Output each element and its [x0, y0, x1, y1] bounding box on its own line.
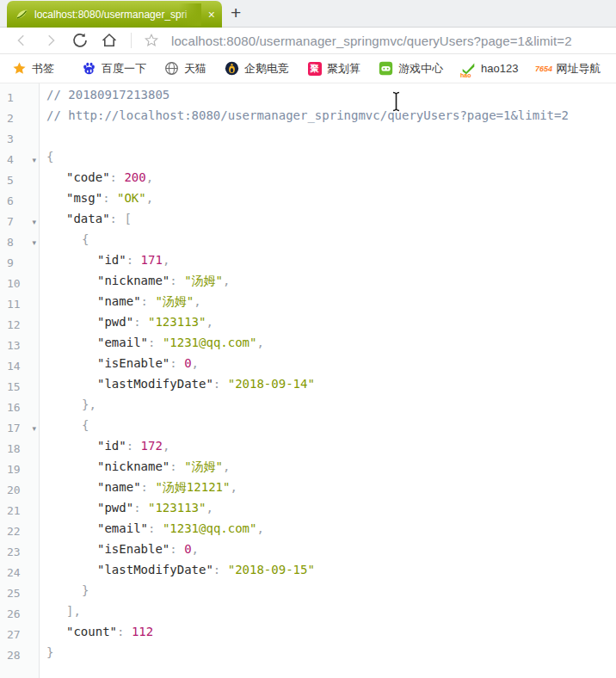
line-number: 19 — [0, 463, 21, 476]
json-token-key: "id" — [97, 439, 126, 453]
bookmark-item[interactable]: 游戏中心 — [379, 61, 443, 77]
json-token-p: }, — [82, 398, 96, 411]
json-token-p: : — [169, 542, 184, 556]
bookmark-item[interactable]: 企鹅电竞 — [225, 61, 289, 77]
line-number: 16 — [0, 401, 21, 414]
gutter-row: 4▾ — [0, 150, 39, 170]
gutter-row: 16 — [0, 398, 39, 418]
bookmark-item[interactable]: haohao123 — [461, 61, 518, 76]
code-line — [40, 129, 616, 150]
line-number: 13 — [0, 339, 21, 352]
line-number: 3 — [0, 133, 14, 145]
bookmark-star-icon[interactable] — [142, 31, 161, 50]
line-number: 2 — [0, 112, 14, 125]
code-line: "isEnable": 0, — [40, 542, 616, 563]
json-token-num: 0 — [184, 356, 191, 370]
json-token-p: } — [46, 645, 53, 659]
json-token-str: "123113" — [148, 501, 206, 515]
json-token-p: : — [110, 170, 125, 184]
json-token-p: : — [169, 459, 184, 473]
bookmark-item[interactable]: 7654网址导航 — [536, 61, 601, 77]
json-token-key: "pwd" — [97, 501, 133, 515]
line-number: 14 — [0, 360, 21, 373]
collapse-toggle-icon[interactable]: ▾ — [32, 212, 36, 232]
tab-close-icon[interactable]: × — [208, 9, 215, 21]
json-token-p: , — [192, 356, 199, 370]
code-lines: // 20180917213805// http://localhost:808… — [40, 83, 616, 678]
gutter-row: 5 — [0, 170, 39, 191]
code-line: "id": 172, — [40, 439, 616, 459]
code-line: "name": "汤姆", — [40, 294, 616, 315]
json-token-p: : — [213, 563, 228, 576]
json-token-key: "lastModifyDate" — [97, 377, 213, 391]
address-bar[interactable]: localhost:8080/usermanager_springmvc/que… — [171, 34, 572, 48]
refresh-button[interactable] — [71, 31, 89, 50]
code-line: { — [40, 150, 616, 170]
json-token-key: "id" — [97, 253, 126, 267]
json-token-key: "nickname" — [97, 459, 169, 473]
tab-title-fade — [179, 3, 201, 26]
forward-button[interactable] — [41, 31, 60, 50]
gamepad-icon — [379, 61, 393, 76]
gutter-row: 7▾ — [0, 212, 39, 232]
json-token-str: "2018-09-14" — [228, 377, 315, 391]
gutter-row: 11 — [0, 294, 39, 315]
json-token-p: : — [126, 439, 141, 453]
json-token-p: , — [146, 191, 153, 205]
bookmarks-bar: 书签百度一下天猫企鹅电竞聚聚划算游戏中心haohao1237654网址导航苏宁易… — [0, 54, 616, 83]
gutter-row: 19 — [0, 459, 39, 480]
code-line: "nickname": "汤姆", — [40, 459, 616, 480]
tab-bar: localhost:8080/usermanager_spri × + — [0, 0, 616, 28]
gutter-row: 15 — [0, 377, 39, 398]
json-token-p: : — [148, 521, 163, 535]
json-token-key: "isEnable" — [97, 542, 169, 556]
bookmark-item[interactable]: 天猫 — [164, 61, 206, 77]
code-line: "email": "1231@qq.com", — [40, 336, 616, 356]
code-line: "nickname": "汤姆", — [40, 274, 616, 294]
line-number: 8 — [0, 236, 14, 249]
json-token-p: : — [141, 294, 156, 308]
line-number: 5 — [0, 174, 14, 187]
bookmark-label: hao123 — [481, 62, 518, 75]
code-line: }, — [40, 398, 616, 418]
gutter-row: 21 — [0, 501, 39, 521]
json-token-p: { — [46, 150, 53, 163]
home-button[interactable] — [100, 31, 119, 50]
line-number: 10 — [0, 277, 21, 290]
gutter-row: 6 — [0, 191, 39, 212]
code-line: "count": 112 — [40, 625, 616, 645]
back-button[interactable] — [12, 31, 31, 50]
bookmark-item[interactable]: 书签 — [12, 61, 54, 77]
bookmark-label: 百度一下 — [102, 61, 146, 77]
json-token-p: { — [82, 232, 89, 246]
json-token-num: 0 — [184, 542, 191, 556]
collapse-toggle-icon[interactable]: ▾ — [32, 232, 36, 253]
gutter-row: 8▾ — [0, 232, 39, 253]
json-token-str: "汤姆" — [184, 459, 223, 473]
json-token-p: : — [213, 377, 228, 391]
code-line: "email": "1231@qq.com", — [40, 521, 616, 542]
gutter-row: 12 — [0, 315, 39, 336]
json-token-comment: // http://localhost:8080/usermanager_spr… — [46, 108, 569, 122]
json-token-p: , — [206, 501, 213, 515]
globe-icon — [164, 61, 179, 76]
code-line: { — [40, 232, 616, 253]
json-token-p: : — [169, 274, 184, 287]
bookmark-item[interactable]: 百度一下 — [82, 61, 146, 77]
gutter-row: 3 — [0, 129, 39, 150]
json-token-p: , — [163, 253, 169, 267]
bookmark-item[interactable]: 聚聚划算 — [307, 61, 360, 77]
json-token-p: : — [141, 480, 156, 494]
code-line: "code": 200, — [40, 170, 616, 191]
line-number: 27 — [0, 628, 21, 641]
json-token-str: "2018-09-15" — [228, 563, 315, 576]
collapse-toggle-icon[interactable]: ▾ — [32, 418, 36, 439]
baidu-icon — [82, 61, 96, 76]
line-number: 28 — [0, 649, 21, 662]
browser-tab[interactable]: localhost:8080/usermanager_spri × — [7, 1, 222, 28]
code-line: ], — [40, 604, 616, 625]
bookmark-label: 书签 — [32, 61, 54, 77]
json-token-key: "msg" — [66, 191, 102, 205]
collapse-toggle-icon[interactable]: ▾ — [32, 150, 36, 170]
new-tab-button[interactable]: + — [231, 3, 241, 23]
